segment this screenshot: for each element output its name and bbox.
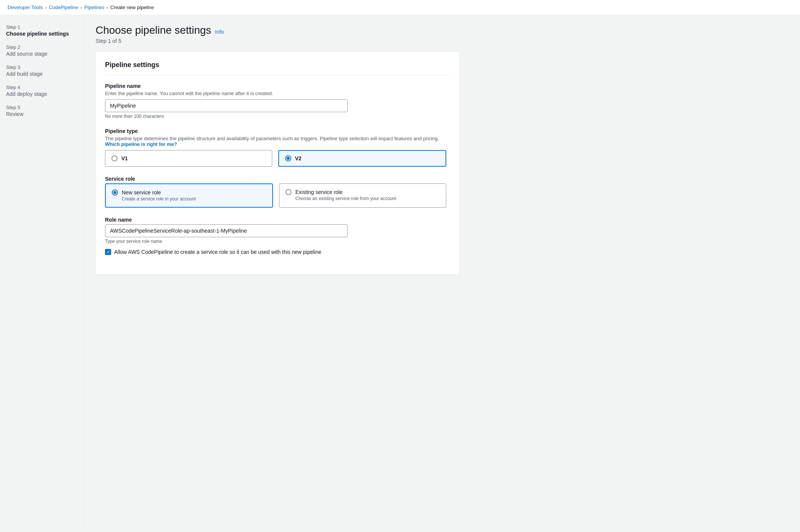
service-role-new-content: New service role Create a service role i… bbox=[122, 189, 196, 202]
service-role-label: Service role bbox=[105, 176, 450, 182]
service-role-section: Service role New service role Create a s… bbox=[105, 176, 450, 208]
pipeline-type-desc: The pipeline type determines the pipelin… bbox=[105, 136, 450, 147]
pipeline-type-v1-radio bbox=[111, 155, 118, 161]
pipeline-type-v2-label: V2 bbox=[295, 155, 301, 161]
breadcrumb-codepipeline[interactable]: CodePipeline bbox=[49, 5, 78, 10]
panel-title: Pipeline settings bbox=[105, 61, 450, 75]
sidebar-step-2[interactable]: Step 2 Add source stage bbox=[6, 44, 77, 57]
page-title-row: Choose pipeline settings Info bbox=[96, 24, 788, 36]
service-role-new-option[interactable]: New service role Create a service role i… bbox=[105, 183, 273, 208]
service-role-existing-sublabel: Choose an existing service role from you… bbox=[295, 196, 396, 201]
sidebar-step-3-label: Add build stage bbox=[6, 71, 77, 77]
breadcrumb-pipelines[interactable]: Pipelines bbox=[84, 5, 104, 10]
step-indicator: Step 1 of 5 bbox=[96, 38, 788, 44]
sidebar-step-1[interactable]: Step 1 Choose pipeline settings bbox=[6, 24, 77, 37]
pipeline-name-char-limit: No more than 100 characters bbox=[105, 114, 450, 119]
sidebar-step-3-num: Step 3 bbox=[6, 64, 77, 70]
sidebar-step-2-num: Step 2 bbox=[6, 44, 77, 50]
pipeline-type-link[interactable]: Which pipeline is right for me? bbox=[105, 141, 177, 147]
pipeline-name-input[interactable] bbox=[105, 99, 348, 112]
sidebar-step-4[interactable]: Step 4 Add deploy stage bbox=[6, 84, 77, 97]
main-layout: Step 1 Choose pipeline settings Step 2 A… bbox=[0, 15, 800, 530]
service-role-new-radio bbox=[112, 189, 118, 196]
pipeline-type-desc-text: The pipeline type determines the pipelin… bbox=[105, 136, 439, 141]
pipeline-type-v2-option[interactable]: V2 bbox=[278, 150, 446, 167]
sidebar-step-1-num: Step 1 bbox=[6, 24, 77, 30]
role-name-input[interactable] bbox=[105, 224, 348, 237]
allow-checkbox-row[interactable]: Allow AWS CodePipeline to create a servi… bbox=[105, 249, 450, 256]
page-title: Choose pipeline settings bbox=[96, 24, 211, 36]
pipeline-type-label: Pipeline type bbox=[105, 128, 450, 134]
service-role-existing-option[interactable]: Existing service role Choose an existing… bbox=[279, 183, 446, 208]
pipeline-name-label: Pipeline name bbox=[105, 83, 450, 89]
pipeline-type-radio-group: V1 V2 bbox=[105, 150, 446, 167]
sidebar-step-4-num: Step 4 bbox=[6, 84, 77, 90]
service-role-existing-label: Existing service role bbox=[295, 189, 396, 195]
role-name-hint: Type your service role name bbox=[105, 239, 450, 244]
service-role-existing-content: Existing service role Choose an existing… bbox=[295, 189, 396, 201]
sidebar-step-4-label: Add deploy stage bbox=[6, 91, 77, 97]
breadcrumb-sep-1: › bbox=[45, 5, 47, 10]
breadcrumb-current: Create new pipeline bbox=[110, 5, 154, 10]
sidebar: Step 1 Choose pipeline settings Step 2 A… bbox=[0, 15, 83, 530]
pipeline-type-section: Pipeline type The pipeline type determin… bbox=[105, 128, 450, 167]
breadcrumb-sep-2: › bbox=[80, 5, 82, 10]
sidebar-step-5[interactable]: Step 5 Review bbox=[6, 105, 77, 117]
breadcrumb: Developer Tools › CodePipeline › Pipelin… bbox=[0, 0, 800, 15]
pipeline-type-v1-content: V1 bbox=[121, 155, 128, 161]
service-role-existing-radio bbox=[285, 189, 292, 195]
service-role-new-sublabel: Create a service role in your account bbox=[122, 196, 196, 202]
sidebar-step-5-num: Step 5 bbox=[6, 105, 77, 110]
settings-panel: Pipeline settings Pipeline name Enter th… bbox=[96, 52, 460, 275]
allow-checkbox[interactable] bbox=[105, 249, 111, 255]
service-role-new-label: New service role bbox=[122, 189, 196, 196]
service-role-group: New service role Create a service role i… bbox=[105, 183, 446, 208]
role-name-section: Role name Type your service role name Al… bbox=[105, 217, 450, 256]
main-content: Choose pipeline settings Info Step 1 of … bbox=[83, 15, 800, 530]
pipeline-name-desc: Enter the pipeline name. You cannot edit… bbox=[105, 91, 450, 96]
pipeline-name-section: Pipeline name Enter the pipeline name. Y… bbox=[105, 83, 450, 119]
info-link[interactable]: Info bbox=[215, 29, 224, 35]
sidebar-step-1-label: Choose pipeline settings bbox=[6, 31, 77, 37]
breadcrumb-developer-tools[interactable]: Developer Tools bbox=[8, 5, 43, 10]
pipeline-type-v2-radio bbox=[285, 155, 291, 161]
pipeline-type-v2-content: V2 bbox=[295, 155, 301, 161]
sidebar-step-3[interactable]: Step 3 Add build stage bbox=[6, 64, 77, 77]
sidebar-step-2-label: Add source stage bbox=[6, 51, 77, 57]
sidebar-step-5-label: Review bbox=[6, 111, 77, 117]
allow-checkbox-label: Allow AWS CodePipeline to create a servi… bbox=[114, 249, 322, 256]
role-name-label: Role name bbox=[105, 217, 450, 223]
breadcrumb-sep-3: › bbox=[107, 5, 108, 10]
pipeline-type-v1-option[interactable]: V1 bbox=[105, 150, 272, 167]
pipeline-type-v1-label: V1 bbox=[121, 155, 128, 161]
